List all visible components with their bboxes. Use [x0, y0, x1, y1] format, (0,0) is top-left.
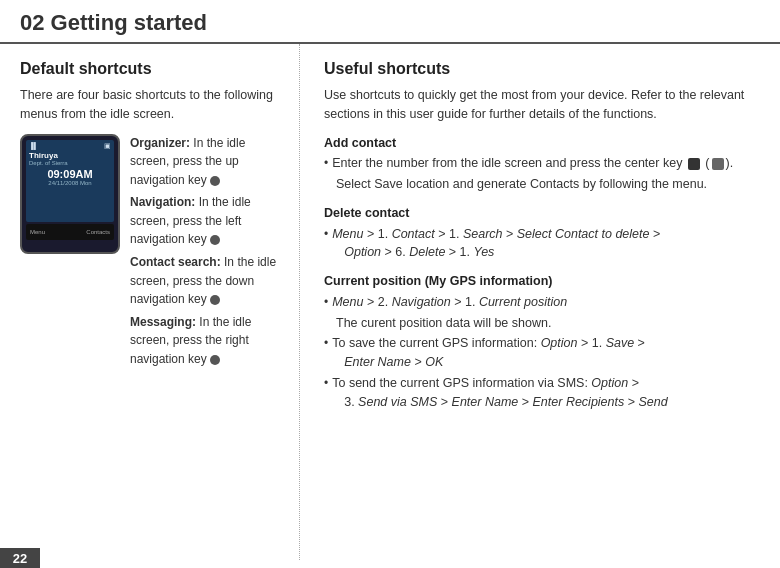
- bullet-dot-4: •: [324, 334, 328, 352]
- shortcut-list: Organizer: In the idle screen, press the…: [130, 134, 279, 373]
- useful-shortcuts-intro: Use shortcuts to quickly get the most fr…: [324, 86, 760, 124]
- bullet-dot-2: •: [324, 225, 328, 243]
- add-contact-item-1: • Enter the number from the idle screen …: [324, 154, 760, 173]
- page-number: 22: [0, 548, 40, 568]
- current-position-title: Current position (My GPS information): [324, 272, 760, 291]
- phone-contacts-label: Contacts: [86, 229, 110, 235]
- delete-contact-text-continued: Option > 6. Delete > 1. Yes: [344, 245, 494, 259]
- current-position-item-2: • To save the current GPS information: O…: [324, 334, 760, 372]
- delete-contact-text: Menu > 1. Contact > 1. Search > Select C…: [332, 225, 760, 263]
- right-nav-icon: [210, 355, 220, 365]
- phone-status-bar: ▐▌ ▣: [29, 142, 111, 150]
- phone-mockup: ▐▌ ▣ Thiruya Dept. of Sierra 09:09AM 24/…: [20, 134, 120, 254]
- phone-date: 24/11/2008 Mon: [29, 180, 111, 186]
- left-column: Default shortcuts There are four basic s…: [0, 44, 300, 560]
- useful-shortcuts-area: Add contact • Enter the number from the …: [324, 134, 760, 412]
- phone-contact-sub: Dept. of Sierra: [29, 160, 111, 166]
- battery-icon: ▣: [104, 142, 111, 150]
- add-contact-title: Add contact: [324, 134, 760, 153]
- content-area: Default shortcuts There are four basic s…: [0, 44, 780, 560]
- save-icon: [712, 158, 724, 170]
- phone-screen: ▐▌ ▣ Thiruya Dept. of Sierra 09:09AM 24/…: [26, 140, 114, 222]
- current-position-text-1: Menu > 2. Navigation > 1. Current positi…: [332, 293, 760, 312]
- bullet-dot: •: [324, 154, 328, 172]
- default-shortcuts-intro: There are four basic shortcuts to the fo…: [20, 86, 279, 124]
- current-position-text-3: To send the current GPS information via …: [332, 374, 760, 412]
- left-nav-icon: [210, 235, 220, 245]
- useful-shortcuts-title: Useful shortcuts: [324, 60, 760, 78]
- delete-contact-title: Delete contact: [324, 204, 760, 223]
- current-position-item-1: • Menu > 2. Navigation > 1. Current posi…: [324, 293, 760, 312]
- phone-time: 09:09AM: [29, 168, 111, 180]
- signal-icon: ▐▌: [29, 142, 38, 150]
- default-shortcuts-title: Default shortcuts: [20, 60, 279, 78]
- page-header: 02 Getting started: [0, 0, 780, 44]
- current-position-text-2: To save the current GPS information: Opt…: [332, 334, 760, 372]
- add-contact-text-1: Enter the number from the idle screen an…: [332, 154, 760, 173]
- down-nav-icon: [210, 295, 220, 305]
- center-key-icon: [688, 158, 700, 170]
- phone-menu-label: Menu: [30, 229, 45, 235]
- phone-contact-name: Thiruya: [29, 151, 111, 160]
- add-contact-note: Select Save location and generate Contac…: [336, 175, 760, 194]
- delete-contact-item-1: • Menu > 1. Contact > 1. Search > Select…: [324, 225, 760, 263]
- shortcut-item-contact-search: Contact search: In the idle screen, pres…: [130, 253, 279, 309]
- shortcut-item-messaging: Messaging: In the idle screen, press the…: [130, 313, 279, 369]
- phone-and-list: ▐▌ ▣ Thiruya Dept. of Sierra 09:09AM 24/…: [20, 134, 279, 373]
- page-wrapper: 02 Getting started Default shortcuts The…: [0, 0, 780, 560]
- current-position-item-3: • To send the current GPS information vi…: [324, 374, 760, 412]
- save-gps-continued: Enter Name > OK: [344, 355, 443, 369]
- current-position-note: The curent position data will be shown.: [336, 314, 760, 333]
- bullet-dot-5: •: [324, 374, 328, 392]
- shortcut-item-navigation: Navigation: In the idle screen, press th…: [130, 193, 279, 249]
- right-column: Useful shortcuts Use shortcuts to quickl…: [300, 44, 780, 560]
- shortcut-item-organizer: Organizer: In the idle screen, press the…: [130, 134, 279, 190]
- send-gps-continued: 3. Send via SMS > Enter Name > Enter Rec…: [344, 395, 668, 409]
- page-title: 02 Getting started: [20, 10, 207, 35]
- phone-bottom-bar: Menu Contacts: [26, 224, 114, 240]
- up-nav-icon: [210, 176, 220, 186]
- bullet-dot-3: •: [324, 293, 328, 311]
